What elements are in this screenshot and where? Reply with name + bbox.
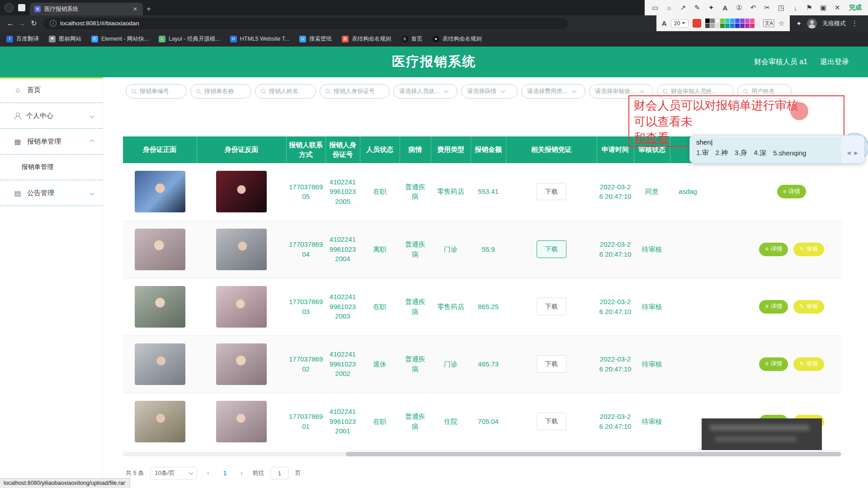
download-button[interactable]: 下载: [537, 355, 566, 372]
filter-input-person-name[interactable]: 报销人姓名: [255, 84, 316, 99]
ime-next-page-icon[interactable]: ▶: [854, 150, 858, 156]
next-page-icon[interactable]: ›: [237, 469, 246, 477]
refresh-icon[interactable]: ↻: [28, 19, 40, 28]
bookmark-item[interactable]: ⚑图标网站: [49, 35, 81, 43]
download-button[interactable]: 下载: [537, 240, 566, 258]
horizontal-scrollbar-track[interactable]: [123, 452, 842, 456]
translate-icon[interactable]: 文A: [763, 19, 774, 27]
page-number-active[interactable]: 1: [219, 469, 231, 477]
bookmark-item[interactable]: LLayui - 经典开源模...: [159, 35, 220, 43]
selected-color-swatch[interactable]: [693, 19, 701, 28]
pin-icon[interactable]: ⚑: [805, 4, 813, 12]
sidebar-item-home[interactable]: ⌂ 首页: [0, 77, 103, 103]
capture-region-icon[interactable]: ◳: [777, 4, 785, 12]
forward-icon[interactable]: →: [16, 19, 28, 28]
ime-candidate[interactable]: 4.深: [754, 149, 767, 157]
bookmark-item[interactable]: EElement - 网站快...: [91, 35, 149, 43]
palette-color[interactable]: [710, 19, 715, 23]
download-button[interactable]: 下载: [537, 183, 566, 200]
palette-color[interactable]: [750, 23, 755, 28]
ime-prev-page-icon[interactable]: ◀: [847, 150, 850, 156]
palette-color[interactable]: [720, 23, 725, 28]
bookmark-item[interactable]: HHTML5 Website T...: [230, 36, 289, 42]
undo-icon[interactable]: ↶: [749, 4, 757, 12]
page-size-select[interactable]: 10条/页: [150, 467, 197, 479]
bookmark-item[interactable]: U搜索壁纸: [299, 35, 332, 43]
filter-select-fee-type[interactable]: 请选择费用类...: [521, 84, 585, 99]
palette-color[interactable]: [710, 23, 715, 28]
font-style-icon[interactable]: A: [662, 19, 667, 27]
bookmark-item[interactable]: S首页: [401, 35, 423, 43]
font-size-select[interactable]: 20: [671, 19, 689, 28]
palette-color[interactable]: [740, 23, 745, 28]
palette-color[interactable]: [745, 23, 750, 28]
pen-tool-icon[interactable]: ✎: [693, 4, 701, 12]
back-icon[interactable]: ←: [5, 19, 16, 28]
ime-candidate[interactable]: 5.shenqing: [773, 149, 806, 157]
download-button[interactable]: 下载: [537, 413, 566, 430]
prev-page-icon[interactable]: ‹: [203, 469, 212, 477]
site-info-icon[interactable]: i: [50, 20, 57, 27]
palette-color[interactable]: [735, 23, 740, 28]
marker-tool-icon[interactable]: ✦: [707, 4, 715, 12]
audit-button[interactable]: ✎审核: [793, 243, 824, 256]
palette-color[interactable]: [720, 19, 725, 23]
palette-color[interactable]: [725, 19, 730, 23]
bookmark-item[interactable]: ●表结构命名规则: [433, 35, 482, 43]
filter-select-person-status[interactable]: 请选择人员状...: [393, 84, 458, 99]
browser-menu-icon[interactable]: ⋮: [851, 19, 858, 28]
palette-color[interactable]: [730, 23, 735, 28]
logout-button[interactable]: 退出登录: [820, 57, 849, 67]
sidebar-item-announcement-management[interactable]: ▤ 公告管理: [0, 180, 103, 206]
browser-tab[interactable]: V 医疗报销系统 ✕: [30, 3, 143, 15]
tab-close-icon[interactable]: ✕: [132, 6, 138, 12]
filter-input-order-name[interactable]: 报销单名称: [190, 84, 251, 99]
palette-color[interactable]: [735, 19, 740, 23]
ellipse-tool-icon[interactable]: ○: [665, 4, 673, 12]
step-number-tool-icon[interactable]: ①: [735, 4, 743, 12]
detail-button[interactable]: ≡详情: [759, 300, 788, 314]
text-tool-icon[interactable]: A: [721, 4, 729, 12]
ime-candidate[interactable]: 2.神: [716, 149, 728, 157]
ime-candidate[interactable]: 3.身: [735, 149, 747, 157]
goto-page-input[interactable]: [270, 467, 288, 479]
sidebar-item-reimbursement-management[interactable]: ▦ 报销单管理: [0, 129, 103, 155]
scissors-tool-icon[interactable]: ✂: [763, 4, 771, 12]
detail-button[interactable]: ≡详情: [759, 243, 788, 256]
extensions-icon[interactable]: ✦: [796, 20, 802, 27]
arrow-tool-icon[interactable]: ↗: [679, 4, 687, 12]
sidebar-subitem-reimbursement-list[interactable]: 报销单管理: [0, 155, 103, 180]
download-icon[interactable]: ↓: [791, 4, 799, 12]
palette-color[interactable]: [740, 19, 745, 23]
bookmark-star-icon[interactable]: ☆: [778, 19, 784, 28]
audit-button[interactable]: ✎审核: [793, 357, 824, 371]
palette-color[interactable]: [715, 19, 720, 23]
filter-input-id-number[interactable]: 报销人身份证号: [320, 84, 390, 99]
ime-candidate[interactable]: 1.审: [696, 149, 709, 157]
new-tab-icon[interactable]: +: [146, 5, 151, 14]
detail-button[interactable]: ≡详情: [777, 185, 806, 198]
address-input[interactable]: i localhost:8081/#/biaoxiaodan: [43, 18, 568, 29]
palette-color[interactable]: [705, 19, 710, 23]
palette-color[interactable]: [725, 23, 730, 28]
filter-select-disease[interactable]: 请选择病情: [461, 84, 518, 99]
palette-color[interactable]: [750, 19, 755, 23]
bookmark-item[interactable]: 表表结构命名规则: [342, 35, 392, 43]
palette-color[interactable]: [705, 23, 710, 28]
download-button[interactable]: 下载: [537, 298, 566, 315]
tab-search-icon[interactable]: [18, 4, 25, 11]
palette-color[interactable]: [715, 23, 720, 28]
audit-button[interactable]: ✎审核: [793, 300, 824, 314]
filter-input-order-no[interactable]: 报销单编号: [126, 84, 187, 99]
detail-button[interactable]: ≡详情: [759, 357, 788, 371]
rect-tool-icon[interactable]: ▭: [651, 4, 659, 12]
clipboard-icon[interactable]: ▣: [819, 4, 827, 12]
bookmark-item[interactable]: f百度翻译: [6, 35, 39, 43]
horizontal-scrollbar-thumb[interactable]: [346, 452, 841, 456]
palette-color[interactable]: [730, 19, 735, 23]
close-capture-icon[interactable]: ✕: [833, 4, 841, 12]
palette-color[interactable]: [745, 19, 750, 23]
sidebar-item-personal-center[interactable]: 个人中心: [0, 103, 103, 129]
profile-avatar[interactable]: [807, 19, 817, 28]
browser-app-icon[interactable]: [5, 3, 14, 12]
